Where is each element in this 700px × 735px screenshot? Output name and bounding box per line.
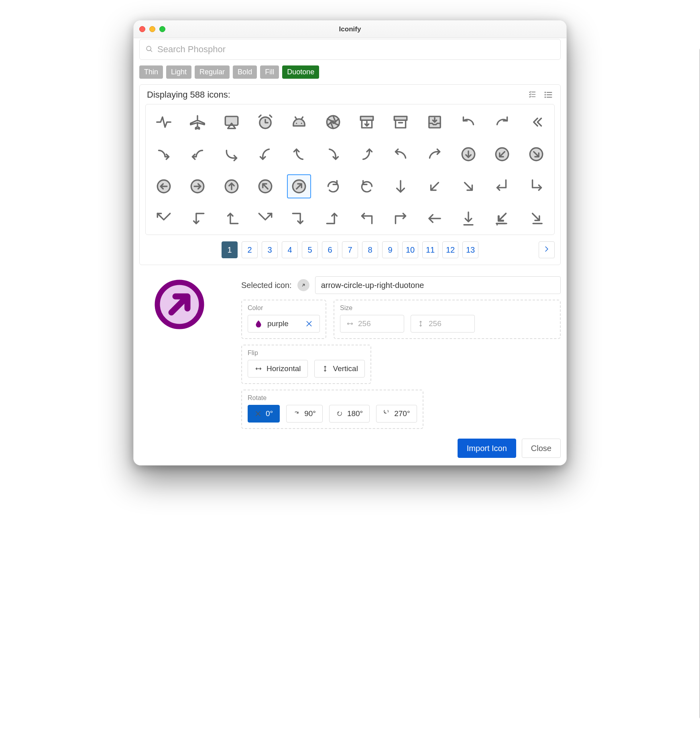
icon-arrow-counter-clockwise[interactable] bbox=[355, 174, 379, 198]
icon-arrow-bend-right-down[interactable] bbox=[321, 142, 345, 166]
flip-vertical-button[interactable]: Vertical bbox=[314, 360, 365, 378]
rotate-180[interactable]: 180° bbox=[329, 405, 370, 423]
rotate-0[interactable]: 0° bbox=[248, 405, 280, 423]
icon-arrow-bend-up-right[interactable] bbox=[423, 142, 447, 166]
icon-arrow-bend-up-left[interactable] bbox=[389, 142, 413, 166]
icon-arrow-elbow-up-left[interactable] bbox=[355, 206, 379, 231]
filter-bold[interactable]: Bold bbox=[233, 65, 257, 79]
icon-arrow-bend-down-left[interactable] bbox=[185, 142, 210, 166]
rotate-270[interactable]: 270° bbox=[376, 405, 417, 423]
page-4[interactable]: 4 bbox=[282, 241, 298, 258]
icon-arrow-elbow-left[interactable] bbox=[152, 206, 176, 231]
list-view-icon[interactable] bbox=[543, 90, 553, 100]
icon-airplane[interactable] bbox=[185, 110, 210, 134]
icon-arrows-bend-double-left[interactable] bbox=[524, 110, 548, 134]
search-placeholder: Search Phosphor bbox=[157, 44, 226, 55]
icon-arrow-bend-left-up[interactable] bbox=[287, 142, 311, 166]
page-6[interactable]: 6 bbox=[322, 241, 338, 258]
selected-icon-name-input[interactable] bbox=[315, 276, 561, 294]
page-next-button[interactable] bbox=[539, 241, 555, 258]
icon-arrow-circle-left[interactable] bbox=[152, 174, 176, 198]
icon-arrow-left[interactable] bbox=[423, 206, 447, 231]
filter-fill[interactable]: Fill bbox=[260, 65, 279, 79]
icon-arrow-bend-down-right[interactable] bbox=[220, 142, 244, 166]
height-input[interactable]: 256 bbox=[411, 315, 475, 333]
icon-arrow-circle-up[interactable] bbox=[220, 174, 244, 198]
icon-activity[interactable] bbox=[152, 110, 176, 134]
icon-airplay[interactable] bbox=[220, 110, 244, 134]
filter-light[interactable]: Light bbox=[166, 65, 191, 79]
icon-arrow-bend-left-down[interactable] bbox=[253, 142, 277, 166]
icon-arrow-circle-right[interactable] bbox=[185, 174, 210, 198]
size-legend: Size bbox=[340, 304, 352, 312]
icon-arrow-elbow-right-down[interactable] bbox=[287, 206, 311, 231]
icon-arrow-down-right[interactable] bbox=[456, 174, 480, 198]
icon-arrow-line-down-right[interactable] bbox=[524, 206, 548, 231]
icon-arrow-circle-up-left[interactable] bbox=[253, 174, 277, 198]
import-icon-button[interactable]: Import Icon bbox=[458, 439, 516, 458]
icon-arrow-circle-down[interactable] bbox=[456, 142, 480, 166]
filter-thin[interactable]: Thin bbox=[139, 65, 163, 79]
page-10[interactable]: 10 bbox=[402, 241, 418, 258]
page-9[interactable]: 9 bbox=[382, 241, 398, 258]
icon-archive-box-down[interactable] bbox=[355, 110, 379, 134]
flip-horizontal-button[interactable]: Horizontal bbox=[248, 360, 308, 378]
pagination: 12345678910111213 bbox=[145, 241, 555, 258]
color-value: purple bbox=[267, 319, 289, 328]
titlebar: Iconify bbox=[134, 20, 566, 38]
icon-arrow-circle-down-left[interactable] bbox=[490, 142, 514, 166]
color-input[interactable]: purple bbox=[248, 315, 320, 333]
icon-arrow-down[interactable] bbox=[389, 174, 413, 198]
icon-arrow-arc-right[interactable] bbox=[490, 110, 514, 134]
icon-arrow-arc-left[interactable] bbox=[456, 110, 480, 134]
clear-color-icon[interactable] bbox=[305, 320, 313, 328]
icon-arrow-elbow-up-right[interactable] bbox=[389, 206, 413, 231]
icon-arrow-circle-down-right[interactable] bbox=[524, 142, 548, 166]
app-window: Iconify Search Phosphor ThinLightRegular… bbox=[133, 20, 567, 466]
flip-fieldset: Flip Horizontal Vertical bbox=[241, 345, 371, 384]
color-legend: Color bbox=[248, 304, 263, 312]
icon-arrow-elbow-right-up[interactable] bbox=[321, 206, 345, 231]
page-13[interactable]: 13 bbox=[462, 241, 478, 258]
page-3[interactable]: 3 bbox=[262, 241, 278, 258]
rotate-90[interactable]: 90° bbox=[286, 405, 323, 423]
color-fieldset: Color purple bbox=[241, 300, 326, 339]
page-1[interactable]: 1 bbox=[222, 241, 238, 258]
rotate-fieldset: Rotate 0°90°180°270° bbox=[241, 390, 423, 429]
icon-arrow-bend-right-up[interactable] bbox=[355, 142, 379, 166]
icon-arrow-elbow-left-down[interactable] bbox=[185, 206, 210, 231]
horizontal-arrows-icon bbox=[346, 320, 354, 328]
icon-alarm[interactable] bbox=[253, 110, 277, 134]
icon-arrow-elbow-down-right[interactable] bbox=[524, 174, 548, 198]
icon-arrow-circle-up-right[interactable] bbox=[287, 174, 311, 198]
icon-archive[interactable] bbox=[389, 110, 413, 134]
page-12[interactable]: 12 bbox=[442, 241, 458, 258]
icon-arrow-elbow-left-up[interactable] bbox=[220, 206, 244, 231]
page-8[interactable]: 8 bbox=[362, 241, 378, 258]
icon-arrow-elbow-right[interactable] bbox=[253, 206, 277, 231]
flip-legend: Flip bbox=[248, 349, 258, 357]
width-input[interactable]: 256 bbox=[340, 315, 404, 333]
icon-android-logo[interactable] bbox=[287, 110, 311, 134]
search-icon bbox=[145, 45, 154, 54]
icon-arrow-line-down[interactable] bbox=[456, 206, 480, 231]
icon-arrow-down-left[interactable] bbox=[423, 174, 447, 198]
icon-arrow-elbow-down-left[interactable] bbox=[490, 174, 514, 198]
icon-archive-tray[interactable] bbox=[423, 110, 447, 134]
page-5[interactable]: 5 bbox=[302, 241, 318, 258]
results-count-label: Displaying 588 icons: bbox=[147, 90, 230, 100]
selected-icon-label: Selected icon: bbox=[241, 281, 292, 290]
icon-aperture[interactable] bbox=[321, 110, 345, 134]
close-button[interactable]: Close bbox=[522, 439, 561, 458]
results-panel: Displaying 588 icons: 12345678910111213 bbox=[139, 84, 561, 265]
filter-duotone[interactable]: Duotone bbox=[282, 65, 319, 79]
icon-arrow-line-down-left[interactable] bbox=[490, 206, 514, 231]
page-2[interactable]: 2 bbox=[242, 241, 258, 258]
icon-arrow-clockwise[interactable] bbox=[321, 174, 345, 198]
page-7[interactable]: 7 bbox=[342, 241, 358, 258]
checklist-view-icon[interactable] bbox=[528, 90, 538, 100]
icon-arrow-bend-double-right[interactable] bbox=[152, 142, 176, 166]
filter-regular[interactable]: Regular bbox=[195, 65, 230, 79]
search-input[interactable]: Search Phosphor bbox=[139, 39, 561, 60]
page-11[interactable]: 11 bbox=[422, 241, 438, 258]
